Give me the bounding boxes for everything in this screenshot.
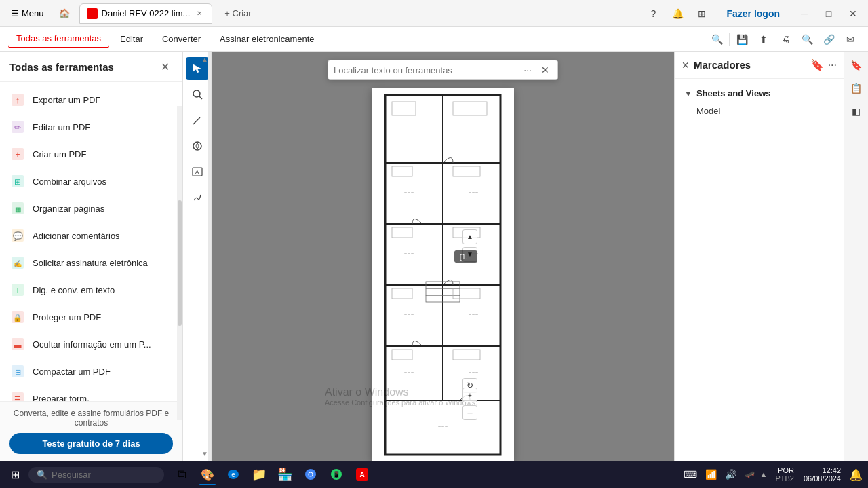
- search-input[interactable]: [334, 65, 517, 75]
- menu-all-tools[interactable]: Todas as ferramentas: [8, 30, 109, 48]
- pdf-viewer[interactable]: ··· ✕: [212, 52, 674, 461]
- toolbar-search-button[interactable]: 🔍: [707, 30, 726, 49]
- tool-create[interactable]: + Criar um PDF: [0, 140, 182, 168]
- tool-ocr[interactable]: T Dig. e conv. em texto: [0, 276, 182, 303]
- zoom-tool-button[interactable]: [186, 83, 209, 106]
- notifications-button[interactable]: 🔔: [668, 4, 687, 23]
- left-panel: Todas as ferramentas ✕ ↑ Exportar um PDF…: [0, 52, 183, 461]
- tool-ocr-label: Dig. e conv. em texto: [33, 285, 115, 295]
- svg-text:─ ─ ─: ─ ─ ─: [403, 370, 414, 374]
- text-tool-button[interactable]: A: [186, 160, 209, 183]
- tool-combine[interactable]: ⊞ Combinar arquivos: [0, 168, 182, 195]
- taskbar-whatsapp-app[interactable]: 📱: [324, 462, 349, 487]
- tool-compress-label: Compactar um PDF: [33, 367, 111, 377]
- right-bookmark-button[interactable]: 🔖: [847, 56, 866, 75]
- left-panel-header: Todas as ferramentas ✕: [0, 52, 182, 82]
- svg-point-24: [193, 90, 200, 97]
- tab-close-button[interactable]: ✕: [194, 8, 205, 19]
- tray-keyboard-icon[interactable]: ⌨: [681, 466, 700, 483]
- signature-tool-button[interactable]: [186, 186, 209, 209]
- tool-protect[interactable]: 🔒 Proteger um PDF: [0, 303, 182, 331]
- bookmark-item-model[interactable]: Model: [682, 102, 837, 119]
- taskbar-acrobat-app[interactable]: A: [350, 462, 374, 487]
- svg-text:─ ─ ─: ─ ─ ─: [403, 190, 414, 194]
- toolbar-print-button[interactable]: 🖨: [776, 30, 795, 49]
- menu-edit[interactable]: Editar: [112, 31, 151, 48]
- bookmark-group-sheets[interactable]: ▼ Sheets and Views: [682, 84, 837, 102]
- tool-redact[interactable]: ▬ Ocultar informação em um P...: [0, 331, 182, 358]
- taskbar-language: POR PTB2: [775, 466, 794, 483]
- search-close-button[interactable]: ✕: [538, 63, 552, 77]
- svg-rect-55: [453, 166, 480, 176]
- right-sidebar-more-button[interactable]: ···: [828, 59, 837, 71]
- toolbar-upload-button[interactable]: ⬆: [754, 30, 773, 49]
- toolbar-save-button[interactable]: 💾: [732, 30, 751, 49]
- right-copy-button[interactable]: 📋: [847, 79, 866, 98]
- form-icon: ☰: [9, 390, 26, 401]
- create-icon: +: [9, 146, 26, 162]
- tool-organize[interactable]: ▦ Organizar páginas: [0, 195, 182, 222]
- taskbar-clock[interactable]: 12:42 06/08/2024: [800, 466, 845, 483]
- minimize-button[interactable]: ─: [795, 4, 814, 23]
- left-panel-close-button[interactable]: ✕: [157, 58, 173, 75]
- notification-button[interactable]: 🔔: [846, 465, 865, 484]
- tool-form[interactable]: ☰ Preparar form.: [0, 385, 182, 401]
- new-tab-button[interactable]: + Criar: [218, 5, 258, 22]
- help-button[interactable]: ?: [644, 4, 663, 23]
- taskbar-search-input[interactable]: [52, 470, 146, 480]
- svg-rect-52: [392, 102, 416, 115]
- tray-expand-icon[interactable]: ▲: [760, 470, 768, 478]
- right-sidebar-close-button[interactable]: ✕: [682, 60, 690, 71]
- taskbar-store-app[interactable]: 🏪: [273, 462, 297, 487]
- tray-network-icon[interactable]: 📶: [703, 466, 719, 483]
- browser-tab[interactable]: Daniel REV 0222 lim... ✕: [79, 3, 213, 24]
- svg-text:─ ─ ─: ─ ─ ─: [468, 126, 478, 130]
- taskbar-task-view[interactable]: ⧉: [170, 462, 194, 487]
- zoom-out-button[interactable]: ─: [462, 405, 477, 420]
- trial-button[interactable]: Teste gratuito de 7 dias: [9, 433, 173, 454]
- taskbar-chrome-browser[interactable]: [298, 462, 323, 487]
- pen-tool-button[interactable]: [186, 109, 209, 132]
- home-button[interactable]: 🏠: [55, 4, 74, 23]
- svg-text:─ ─ ─: ─ ─ ─: [403, 251, 414, 255]
- comments-icon: 💬: [9, 227, 26, 244]
- menu-sign[interactable]: Assinar eletronicamente: [212, 31, 322, 48]
- tool-comments[interactable]: 💬 Adicionar comentários: [0, 222, 182, 249]
- tab-title: Daniel REV 0222 lim...: [102, 8, 191, 18]
- svg-text:A: A: [359, 471, 364, 478]
- taskbar-edge-browser[interactable]: e: [221, 462, 245, 487]
- toolbar-zoom-button[interactable]: 🔍: [797, 30, 816, 49]
- login-button[interactable]: Fazer logon: [717, 5, 789, 22]
- svg-rect-59: [453, 288, 480, 299]
- page-up-button[interactable]: ▲: [462, 229, 477, 244]
- svg-text:🔒: 🔒: [13, 313, 22, 322]
- taskbar-paint-app[interactable]: 🎨: [195, 462, 220, 487]
- close-button[interactable]: ✕: [844, 4, 863, 23]
- menu-button[interactable]: ☰ Menu: [5, 5, 50, 21]
- tool-signature[interactable]: ✍ Solicitar assinatura eletrônica: [0, 249, 182, 276]
- tool-compress[interactable]: ⊟ Compactar um PDF: [0, 358, 182, 385]
- toolbar-scroll-down[interactable]: ▼: [200, 449, 210, 458]
- tray-volume-icon[interactable]: 🔊: [722, 466, 739, 483]
- tool-export[interactable]: ↑ Exportar um PDF: [0, 86, 182, 113]
- maximize-button[interactable]: □: [819, 4, 838, 23]
- apps-button[interactable]: ⊞: [692, 4, 711, 23]
- tool-form-label: Preparar form.: [33, 394, 90, 402]
- taskbar-file-explorer[interactable]: 📁: [247, 462, 271, 487]
- svg-text:☰: ☰: [14, 395, 21, 401]
- tray-skateboarding-icon[interactable]: 🛹: [742, 467, 757, 482]
- svg-text:↑: ↑: [16, 95, 20, 105]
- toolbar-mail-button[interactable]: ✉: [841, 30, 860, 49]
- zoom-in-button[interactable]: +: [462, 388, 477, 402]
- toolbar-scroll-up[interactable]: ▲: [200, 54, 210, 64]
- tool-edit-label: Editar um PDF: [33, 122, 90, 132]
- right-icon-strip: 🔖 📋 ◧: [844, 52, 868, 461]
- svg-line-26: [193, 117, 200, 124]
- tool-edit[interactable]: ✏ Editar um PDF: [0, 113, 182, 140]
- right-layers-button[interactable]: ◧: [847, 102, 866, 121]
- loop-tool-button[interactable]: [186, 134, 209, 157]
- menu-converter[interactable]: Converter: [154, 31, 209, 48]
- search-more-button[interactable]: ···: [521, 63, 534, 77]
- start-button[interactable]: ⊞: [3, 462, 27, 487]
- toolbar-link-button[interactable]: 🔗: [819, 30, 838, 49]
